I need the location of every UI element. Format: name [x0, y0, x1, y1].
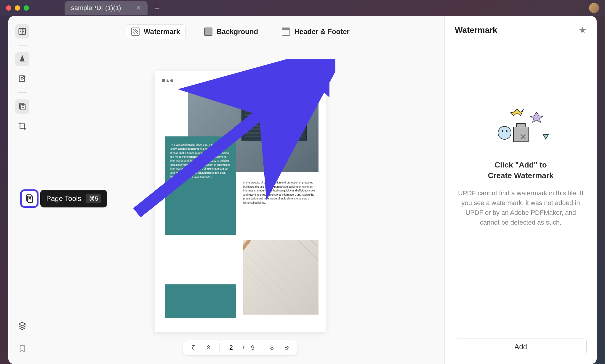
- page-header: 2: [162, 78, 318, 85]
- tooltip: Page Tools ⌘5: [40, 190, 107, 207]
- next-page-button[interactable]: [268, 344, 276, 352]
- titlebar: samplePDF(1)(1) ✕ ＋: [0, 0, 605, 16]
- divider: [18, 45, 27, 46]
- divider: [219, 343, 220, 352]
- divider: [18, 92, 27, 93]
- first-page-button[interactable]: [190, 344, 198, 352]
- page-input[interactable]: [226, 344, 236, 352]
- svg-point-7: [502, 130, 503, 132]
- reader-mode-button[interactable]: [15, 24, 29, 38]
- last-page-button[interactable]: [283, 344, 291, 352]
- svg-point-6: [498, 126, 511, 139]
- page-navigator: / 9: [183, 340, 297, 355]
- page-tools-button[interactable]: [20, 189, 39, 208]
- watermark-icon: [131, 28, 140, 36]
- tab-label: Background: [217, 28, 258, 36]
- organize-pages-button[interactable]: [15, 99, 29, 114]
- layers-button[interactable]: [15, 318, 29, 333]
- maximize-window-button[interactable]: [24, 5, 29, 11]
- window-controls: [6, 5, 29, 11]
- background-tab[interactable]: Background: [199, 24, 263, 39]
- tooltip-label: Page Tools: [46, 194, 81, 203]
- page-total: 9: [251, 344, 255, 352]
- header-icons: [162, 79, 173, 82]
- avatar[interactable]: [589, 3, 599, 13]
- green-text-box: The statistical results show that: throu…: [165, 136, 236, 235]
- tab-title: samplePDF(1)(1): [71, 4, 121, 12]
- empty-state-description: UPDF cannot find a watermark in this fil…: [455, 188, 587, 227]
- close-tab-icon[interactable]: ✕: [136, 4, 141, 12]
- panel-title: Watermark: [455, 25, 497, 35]
- close-window-button[interactable]: [6, 5, 11, 11]
- top-toolbar: Watermark Background Header & Footer: [36, 16, 444, 39]
- empty-state-illustration: [455, 106, 587, 148]
- background-icon: [204, 28, 212, 36]
- green-box-2: [165, 284, 236, 318]
- watermark-tab[interactable]: Watermark: [126, 24, 186, 39]
- document-tab[interactable]: samplePDF(1)(1) ✕: [65, 1, 148, 15]
- comment-tool-button[interactable]: [15, 52, 29, 66]
- tabs-row: samplePDF(1)(1) ✕ ＋: [65, 1, 164, 15]
- add-button[interactable]: Add: [455, 339, 587, 355]
- header-footer-icon: [282, 28, 290, 36]
- divider: [261, 343, 261, 352]
- page-image-2: [243, 240, 318, 315]
- prev-page-button[interactable]: [204, 344, 213, 352]
- empty-state-title: Click "Add" to Create Watermark: [455, 160, 587, 181]
- minimize-window-button[interactable]: [15, 5, 20, 11]
- panel-header: Watermark ★: [455, 25, 587, 35]
- pdf-page: 2 The statistical results show that: thr…: [155, 71, 326, 332]
- header-footer-tab[interactable]: Header & Footer: [276, 24, 355, 39]
- page-number: 2: [316, 78, 318, 83]
- crop-tool-button[interactable]: [15, 119, 29, 133]
- page-sep: /: [243, 344, 244, 352]
- star-icon[interactable]: ★: [579, 25, 587, 35]
- text-column: In the process of data collection and pr…: [243, 181, 318, 205]
- right-panel: Watermark ★ Click "Add" to Create Waterm…: [444, 16, 597, 364]
- svg-point-8: [506, 130, 508, 132]
- tooltip-shortcut: ⌘5: [86, 194, 101, 203]
- page-tools-tooltip: Page Tools ⌘5: [20, 189, 107, 208]
- tab-label: Watermark: [144, 28, 180, 36]
- tab-label: Header & Footer: [294, 28, 350, 36]
- bookmark-button[interactable]: [15, 342, 29, 356]
- new-tab-button[interactable]: ＋: [150, 1, 164, 15]
- app-window: Page Tools ⌘5 Watermark Background Heade…: [8, 16, 597, 364]
- edit-tool-button[interactable]: [15, 72, 29, 86]
